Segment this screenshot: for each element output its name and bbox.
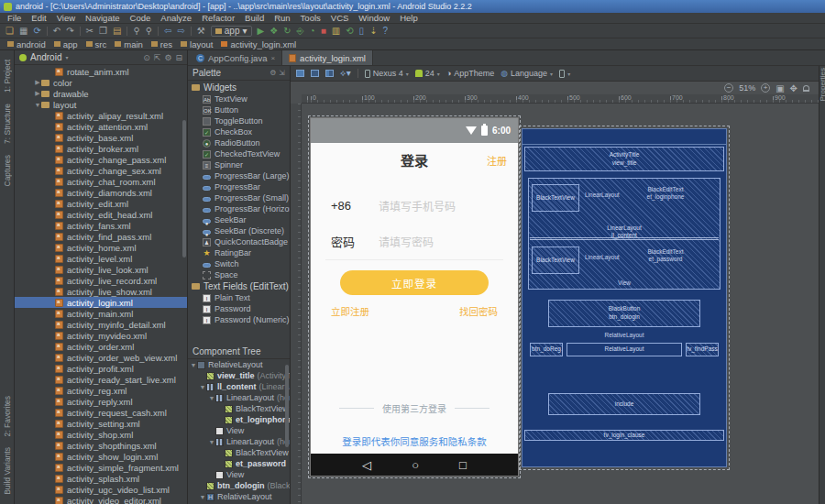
- palette-item-progressbarhorizont[interactable]: ProgressBar (Horizont: [188, 203, 290, 214]
- theme-selector[interactable]: ◑ AppTheme: [446, 69, 494, 78]
- breadcrumb-activity_login.xml[interactable]: activity_login.xml: [221, 39, 296, 49]
- design-surface[interactable]: 6:00 登录 注册 +86 请填写手机号码: [291, 104, 819, 504]
- bp-tv-findpass[interactable]: tv_findPass: [686, 343, 719, 356]
- palette-item-quickcontactbadge[interactable]: ♟QuickContactBadge: [188, 236, 290, 247]
- tree-item-activity_change_pass.xml[interactable]: activity_change_pass.xml: [15, 154, 187, 165]
- tree-item-activity_base.xml[interactable]: activity_base.xml: [15, 132, 187, 143]
- bp-view-title[interactable]: ActivityTitleview_title: [524, 147, 724, 171]
- tree-item-activity_edit_head.xml[interactable]: activity_edit_head.xml: [15, 209, 187, 220]
- undo-icon[interactable]: ↶: [53, 27, 60, 36]
- redo-icon[interactable]: ↷: [66, 27, 73, 36]
- cut-icon[interactable]: ✂: [86, 27, 94, 36]
- component-linearlayout[interactable]: ▼LinearLayout(horizontal): [188, 392, 290, 403]
- find-password-link[interactable]: 找回密码: [459, 304, 498, 318]
- palette-item-space[interactable]: Space: [188, 269, 290, 280]
- menu-refactor[interactable]: Refactor: [202, 13, 235, 23]
- device-selector[interactable]: Nexus 4▾: [365, 69, 409, 78]
- palette-item-passwordnumeric[interactable]: IPassword (Numeric): [188, 314, 290, 325]
- tool-window-tab-favorites[interactable]: 2: Favorites: [3, 396, 12, 436]
- zoom-in-button[interactable]: +: [761, 83, 770, 93]
- gear-icon[interactable]: ⚙: [270, 69, 276, 77]
- bp-links-row[interactable]: RelativeLayout: [566, 343, 682, 356]
- expand-arrow-icon[interactable]: ▼: [199, 384, 206, 390]
- menu-navigate[interactable]: Navigate: [85, 13, 120, 23]
- palette-item-checkbox[interactable]: ✓CheckBox: [188, 126, 290, 137]
- tree-item-activity_alipay_result.xml[interactable]: activity_alipay_result.xml: [15, 110, 187, 121]
- breadcrumb-app[interactable]: app: [54, 39, 78, 49]
- blueprint-view[interactable]: ActivityTitleview_title LinearLayout ll_…: [522, 128, 727, 467]
- tree-item-activity_live_show.xml[interactable]: activity_live_show.xml: [15, 286, 187, 297]
- replace-icon[interactable]: ⚲: [146, 27, 152, 36]
- tree-item-activity_ready_start_live.xml[interactable]: activity_ready_start_live.xml: [15, 374, 187, 385]
- palette-item-plaintext[interactable]: IPlain Text: [188, 292, 290, 303]
- tree-item-activity_live_record.xml[interactable]: activity_live_record.xml: [15, 275, 187, 286]
- tree-item-activity_myinfo_detail.xml[interactable]: activity_myinfo_detail.xml: [15, 319, 187, 330]
- breadcrumb-android[interactable]: android: [7, 39, 46, 49]
- palette-item-checkedtextview[interactable]: ✓CheckedTextView: [188, 148, 290, 159]
- tree-item-activity_find_pass.xml[interactable]: activity_find_pass.xml: [15, 231, 187, 242]
- expand-arrow-icon[interactable]: ▼: [199, 494, 206, 500]
- sync-icon[interactable]: ⟳: [33, 27, 40, 36]
- component-ll_content[interactable]: ▼ll_content(LinearLayout): [188, 381, 290, 392]
- login-button[interactable]: 立即登录: [340, 270, 489, 295]
- component-blacktextview[interactable]: BlackTextView: [188, 447, 290, 458]
- component-view[interactable]: View: [188, 469, 290, 480]
- palette-item-switch[interactable]: Switch: [188, 258, 290, 269]
- run-configuration-selector[interactable]: app▾: [211, 26, 252, 37]
- find-icon[interactable]: ⚲: [133, 27, 139, 36]
- tree-item-activity_edit.xml[interactable]: activity_edit.xml: [15, 198, 187, 209]
- tree-item-activity_order_web_view.xml[interactable]: activity_order_web_view.xml: [15, 352, 187, 363]
- menu-help[interactable]: Help: [400, 13, 418, 23]
- tool-window-tab-buildvariants[interactable]: Build Variants: [3, 447, 12, 495]
- orientation-icon[interactable]: ⟡▾: [340, 68, 351, 79]
- menu-analyze[interactable]: Analyze: [160, 13, 192, 23]
- palette-group-widgets[interactable]: Widgets: [188, 82, 290, 93]
- component-view[interactable]: View: [188, 425, 290, 436]
- menu-build[interactable]: Build: [245, 13, 264, 23]
- paste-icon[interactable]: ▤: [113, 27, 121, 36]
- tree-item-activity_fans.xml[interactable]: activity_fans.xml: [15, 220, 187, 231]
- zoom-fit-icon[interactable]: ▣: [776, 83, 784, 93]
- register-link[interactable]: 注册: [487, 153, 507, 168]
- component-blacktextview[interactable]: BlackTextView: [188, 403, 290, 414]
- tree-item-activity_attention.xml[interactable]: activity_attention.xml: [15, 121, 187, 132]
- tree-item-activity_diamonds.xml[interactable]: activity_diamonds.xml: [15, 187, 187, 198]
- chevron-down-icon[interactable]: ▾: [65, 54, 68, 60]
- run-config-wrench-icon[interactable]: ⚒: [197, 27, 205, 36]
- tree-item-activity_video_editor.xml[interactable]: activity_video_editor.xml: [15, 495, 187, 504]
- tree-item-activity_shop.xml[interactable]: activity_shop.xml: [15, 429, 187, 440]
- palette-item-seekbardiscrete[interactable]: ●SeekBar (Discrete): [188, 225, 290, 236]
- api-selector[interactable]: 24▾: [415, 69, 440, 78]
- notifications-bell-icon[interactable]: [803, 85, 809, 92]
- palette-item-togglebutton[interactable]: ToggleButton: [188, 115, 290, 126]
- language-selector[interactable]: ◍ Language▾: [500, 69, 553, 78]
- tree-item-activity_request_cash.xml[interactable]: activity_request_cash.xml: [15, 407, 187, 418]
- expand-arrow-icon[interactable]: ▼: [34, 102, 41, 108]
- tree-item-activity_simple_fragment.xml[interactable]: activity_simple_fragment.xml: [15, 462, 187, 473]
- tree-item-activity_setting.xml[interactable]: activity_setting.xml: [15, 418, 187, 429]
- menu-view[interactable]: View: [57, 13, 75, 23]
- tree-item-activity_reply.xml[interactable]: activity_reply.xml: [15, 396, 187, 407]
- agreement-link[interactable]: 登录即代表你同意服务和隐私条款: [311, 434, 518, 448]
- phone-input[interactable]: 请填写手机号码: [379, 198, 456, 214]
- tree-item-activity_level.xml[interactable]: activity_level.xml: [15, 253, 187, 264]
- palette-item-button[interactable]: OKButton: [188, 104, 290, 115]
- palette-item-ratingbar[interactable]: ★RatingBar: [188, 247, 290, 258]
- gradle-sync-icon[interactable]: ⟲: [346, 27, 353, 36]
- tree-item-activity_live_look.xml[interactable]: activity_live_look.xml: [15, 264, 187, 275]
- tree-item-activity_main.xml[interactable]: activity_main.xml: [15, 308, 187, 319]
- save-icon[interactable]: ▦: [19, 27, 28, 36]
- tree-item-activity_order.xml[interactable]: activity_order.xml: [15, 341, 187, 352]
- tree-item-activity_shopthings.xml[interactable]: activity_shopthings.xml: [15, 440, 187, 451]
- bp-include[interactable]: include: [548, 393, 700, 415]
- tree-item-color[interactable]: ▶color: [15, 77, 187, 88]
- rotate-device-button[interactable]: ▾: [559, 70, 570, 78]
- component-relativelayout[interactable]: ▼HRelativeLayout: [188, 491, 290, 502]
- avd-manager-icon[interactable]: ▯: [359, 27, 365, 36]
- palette-item-textview[interactable]: AbTextView: [188, 93, 290, 104]
- tool-window-tab-project[interactable]: 1: Project: [3, 60, 12, 93]
- palette-item-spinner[interactable]: ≡Spinner: [188, 159, 290, 170]
- menu-file[interactable]: File: [7, 13, 21, 23]
- menu-tools[interactable]: Tools: [301, 13, 321, 23]
- menu-vcs[interactable]: VCS: [331, 13, 349, 23]
